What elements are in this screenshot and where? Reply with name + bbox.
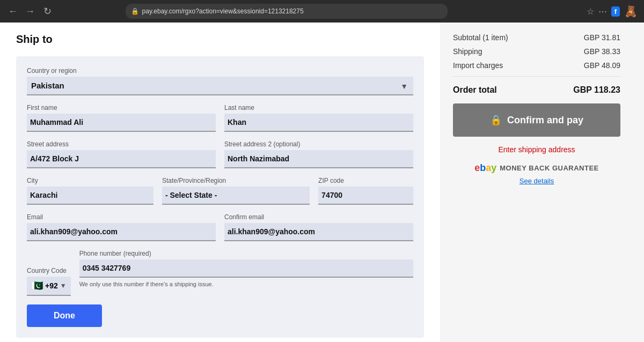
city-state-zip-row: City State/Province/Region ZIP code (27, 177, 413, 213)
confirm-email-label: Confirm email (224, 213, 413, 221)
phone-label: Phone number (required) (79, 250, 413, 257)
pakistan-flag-icon: 🇵🇰 (31, 280, 43, 292)
address-bar[interactable]: 🔒 pay.ebay.com/rgxo?action=view&sessioni… (126, 4, 448, 19)
country-code-label: Country Code (27, 267, 71, 274)
page-container: Ship to Country or region Pakistan ▼ Fir… (0, 23, 644, 342)
star-icon[interactable]: ☆ (587, 6, 594, 17)
confirm-email-group: Confirm email (224, 213, 413, 241)
confirm-pay-button[interactable]: 🔒 Confirm and pay (453, 103, 620, 137)
facebook-icon[interactable]: f (611, 6, 620, 17)
see-details-link[interactable]: See details (453, 177, 620, 185)
first-name-input[interactable] (27, 114, 216, 132)
email-row: Email Confirm email (27, 213, 413, 250)
zip-label: ZIP code (318, 177, 413, 184)
zip-group: ZIP code (318, 177, 413, 205)
state-input[interactable] (162, 187, 310, 205)
first-name-label: First name (27, 104, 216, 111)
country-code-group: Country Code 🇵🇰 +92 ▼ (27, 267, 71, 296)
money-back-text: MONEY BACK GUARANTEE (500, 164, 599, 172)
country-select[interactable]: Pakistan (27, 77, 413, 95)
email-input[interactable] (27, 223, 216, 241)
money-back-guarantee: ebay MONEY BACK GUARANTEE (453, 162, 620, 174)
country-code-selector[interactable]: 🇵🇰 +92 ▼ (27, 277, 71, 296)
code-dropdown-icon: ▼ (60, 282, 67, 289)
city-group: City (27, 177, 153, 205)
last-name-input[interactable] (224, 114, 413, 132)
zip-input[interactable] (318, 187, 413, 205)
order-total-value: GBP 118.23 (573, 85, 620, 95)
subtotal-value: GBP 31.81 (584, 33, 620, 42)
confirm-email-input[interactable] (224, 223, 413, 241)
forward-button[interactable]: → (24, 6, 36, 17)
street1-group: Street address (27, 140, 216, 168)
reload-button[interactable]: ↻ (41, 5, 54, 17)
street1-input[interactable] (27, 150, 216, 168)
first-name-group: First name (27, 104, 216, 132)
last-name-label: Last name (224, 104, 413, 111)
lock-icon: 🔒 (131, 8, 139, 15)
state-group: State/Province/Region (162, 177, 310, 205)
phone-hint: We only use this number if there's a shi… (79, 281, 413, 287)
street2-label: Street address 2 (optional) (224, 140, 413, 148)
browser-actions: ☆ ⋯ f 🧸 (587, 5, 638, 18)
country-group: Country or region Pakistan ▼ (27, 67, 413, 95)
extension-icon[interactable]: 🧸 (624, 5, 638, 18)
import-value: GBP 48.09 (584, 61, 620, 70)
phone-input[interactable] (79, 259, 413, 278)
import-label: Import charges (453, 61, 503, 70)
menu-icon[interactable]: ⋯ (598, 6, 607, 17)
back-button[interactable]: ← (6, 6, 19, 17)
email-group: Email (27, 213, 216, 241)
import-row: Import charges GBP 48.09 (453, 61, 620, 70)
city-input[interactable] (27, 187, 153, 205)
email-label: Email (27, 213, 216, 221)
shipping-row: Shipping GBP 38.33 (453, 47, 620, 56)
url-text: pay.ebay.com/rgxo?action=view&sessionid=… (142, 8, 304, 15)
sidebar: Subtotal (1 item) GBP 31.81 Shipping GBP… (440, 23, 633, 342)
enter-shipping-address-link[interactable]: Enter shipping address (453, 145, 620, 154)
street-row: Street address Street address 2 (optiona… (27, 140, 413, 177)
order-total-row: Order total GBP 118.23 (453, 85, 620, 95)
country-code-value: +92 (45, 281, 58, 290)
city-label: City (27, 177, 153, 184)
order-total-label: Order total (453, 85, 497, 95)
phone-group: Phone number (required) We only use this… (79, 250, 413, 287)
ebay-logo: ebay (474, 162, 496, 174)
browser-chrome: ← → ↻ 🔒 pay.ebay.com/rgxo?action=view&se… (0, 0, 644, 23)
subtotal-label: Subtotal (1 item) (453, 33, 508, 42)
subtotal-row: Subtotal (1 item) GBP 31.81 (453, 33, 620, 42)
main-content: Ship to Country or region Pakistan ▼ Fir… (0, 23, 440, 342)
state-label: State/Province/Region (162, 177, 310, 184)
ship-to-title: Ship to (16, 33, 424, 46)
last-name-group: Last name (224, 104, 413, 132)
street2-input[interactable] (224, 150, 413, 168)
form-container: Country or region Pakistan ▼ First name … (16, 56, 424, 338)
street2-group: Street address 2 (optional) (224, 140, 413, 168)
lock-btn-icon: 🔒 (490, 114, 502, 126)
done-button[interactable]: Done (27, 304, 102, 327)
shipping-label: Shipping (453, 47, 482, 56)
phone-row: Country Code 🇵🇰 +92 ▼ Phone number (requ… (27, 250, 413, 296)
name-row: First name Last name (27, 104, 413, 140)
shipping-value: GBP 38.33 (584, 47, 620, 56)
street1-label: Street address (27, 140, 216, 148)
country-label: Country or region (27, 67, 413, 75)
country-select-wrapper: Pakistan ▼ (27, 77, 413, 95)
confirm-btn-label: Confirm and pay (507, 115, 583, 126)
divider (453, 76, 620, 77)
